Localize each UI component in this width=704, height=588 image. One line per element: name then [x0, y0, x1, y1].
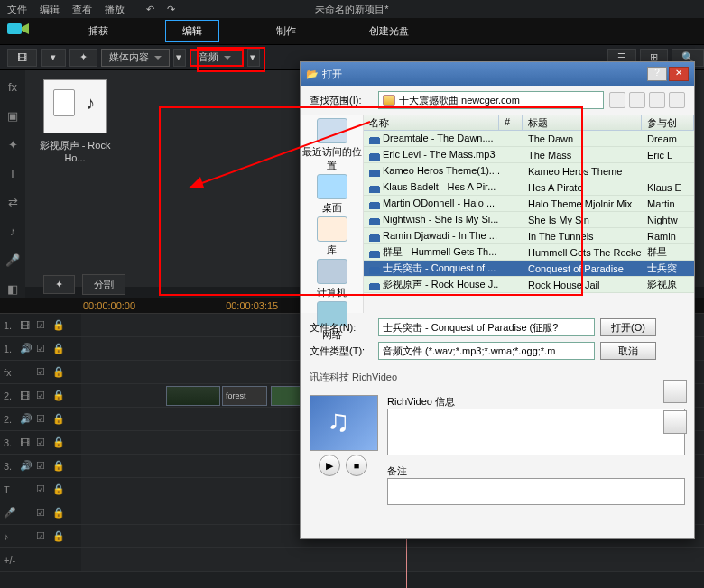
place-desktop[interactable]: 桌面 [317, 174, 347, 215]
redo-icon[interactable]: ↷ [167, 4, 175, 15]
audio-room-icon[interactable]: ♪ [4, 222, 22, 240]
richvideo-info-text[interactable] [387, 409, 685, 455]
magic-button[interactable]: ✦ [43, 275, 75, 294]
file-row[interactable]: 士兵突击 - Conquest of ...Conquest of Paradi… [364, 261, 694, 277]
lookin-label: 查找范围(I): [310, 94, 373, 107]
filetype-label: 文件类型(T): [310, 345, 373, 358]
media-dropdown-arrow[interactable]: ▾ [173, 49, 186, 67]
richvideo-info-label: RichVideo 信息 [387, 395, 685, 409]
filename-input[interactable]: 士兵突击 - Conquest of Paradise (征服? [378, 318, 595, 336]
filetype-combo[interactable]: 音频文件 (*.wav;*.mp3;*.wma;*.ogg;*.m [378, 342, 595, 360]
newfolder-icon[interactable] [649, 92, 665, 108]
file-row[interactable]: Nightwish - She Is My Si...She Is My Sin… [364, 212, 694, 228]
pip-room-icon[interactable]: ▣ [4, 106, 22, 124]
room-pip-icon[interactable]: ✦ [69, 49, 97, 67]
track-add[interactable]: +/- [0, 548, 704, 572]
title-room-icon[interactable]: T [4, 164, 22, 182]
media-thumb[interactable]: 影视原声 - Rock Ho... [34, 79, 116, 163]
dialog-title: 打开 [322, 68, 342, 81]
menubar: 文件 编辑 查看 播放 ↶ ↷ [0, 0, 704, 18]
menu-play[interactable]: 播放 [105, 3, 125, 16]
cancel-button[interactable]: 取消 [600, 342, 656, 360]
dialog-titlebar[interactable]: 📂 打开 ? ✕ [301, 62, 694, 86]
remark-text[interactable] [387, 478, 685, 505]
file-row[interactable]: 影视原声 - Rock House J...Rock House Jail影视原 [364, 277, 694, 293]
file-list-header[interactable]: 名称 # 标题 参与创 [364, 115, 694, 131]
timeline-toolbar: ✦ 分割 [25, 271, 125, 298]
menu-view[interactable]: 查看 [72, 3, 92, 16]
file-row[interactable]: Eric Levi - The Mass.mp3The MassEric L [364, 147, 694, 163]
info-edit-button[interactable] [663, 380, 687, 403]
place-library[interactable]: 库 [317, 216, 347, 257]
remark-label: 备注 [387, 464, 685, 478]
file-row[interactable]: Ramin Djawadi - In The ...In The Tunnels… [364, 228, 694, 244]
preview-thumb [310, 395, 378, 451]
tab-disc[interactable]: 创建光盘 [353, 21, 425, 41]
split-button[interactable]: 分割 [82, 274, 125, 295]
places-bar: 最近访问的位置 桌面 库 计算机 网络 [301, 115, 364, 313]
svg-rect-0 [7, 23, 22, 34]
play-button[interactable]: ▶ [319, 455, 340, 476]
undo-icon[interactable]: ↶ [146, 4, 154, 15]
tab-capture[interactable]: 捕获 [72, 21, 125, 41]
open-button[interactable]: 打开(O) [600, 318, 656, 336]
menu-edit[interactable]: 编辑 [40, 3, 60, 16]
stop-button[interactable]: ■ [346, 455, 367, 476]
audio-filter-dropdown[interactable]: 音频 [190, 49, 244, 67]
media-type-dropdown[interactable]: 媒体内容 [101, 49, 170, 67]
brand-label: 讯连科技 RichVideo [301, 365, 694, 390]
app-logo-icon [5, 20, 31, 38]
chapter-room-icon[interactable]: ◧ [4, 280, 22, 298]
room-strip: fx ▣ ✦ T ⇄ ♪ 🎤 ◧ 💬 [0, 70, 25, 334]
file-row[interactable]: Martin ODonnell - Halo ...Halo Theme Mjo… [364, 196, 694, 212]
up-icon[interactable] [629, 92, 645, 108]
folder-icon [383, 95, 395, 106]
lookin-combo[interactable]: 十大震撼歌曲 newcger.com [378, 91, 604, 109]
open-dialog: 📂 打开 ? ✕ 查找范围(I): 十大震撼歌曲 newcger.com 最近访… [300, 61, 695, 539]
file-row[interactable]: Klaus Badelt - Hes A Pir...Hes A PirateK… [364, 179, 694, 196]
audio-file-icon [43, 79, 107, 133]
views-icon[interactable] [669, 92, 685, 108]
file-row[interactable]: 群星 - Hummell Gets Th...Hummell Gets The … [364, 244, 694, 261]
clip-video[interactable] [166, 386, 220, 406]
transition-room-icon[interactable]: ⇄ [4, 193, 22, 211]
thumb-label: 影视原声 - Rock Ho... [34, 139, 116, 163]
dialog-icon: 📂 [306, 69, 319, 80]
place-recent[interactable]: 最近访问的位置 [301, 118, 363, 172]
info-clear-button[interactable] [663, 410, 687, 434]
room-fx-icon[interactable]: ▾ [41, 49, 66, 67]
back-icon[interactable] [609, 92, 625, 108]
filename-label: 文件名(N): [310, 321, 373, 335]
clip-text[interactable]: forest [222, 386, 267, 406]
fx-room-icon[interactable]: fx [4, 78, 22, 96]
menu-file[interactable]: 文件 [7, 3, 27, 16]
file-row[interactable]: Kameo Heros Theme(1)....Kameo Heros Them… [364, 163, 694, 179]
help-button[interactable]: ? [647, 67, 667, 81]
room-media-icon[interactable]: 🎞 [7, 49, 37, 67]
main-tabs: 捕获 编辑 制作 创建光盘 [0, 18, 704, 45]
file-row[interactable]: Dreamtale - The Dawn....The DawnDream [364, 131, 694, 147]
tab-produce[interactable]: 制作 [260, 21, 312, 41]
tab-edit[interactable]: 编辑 [165, 20, 219, 42]
file-list: 名称 # 标题 参与创 Dreamtale - The Dawn....The … [364, 115, 694, 313]
audio-dropdown-arrow[interactable]: ▾ [247, 49, 260, 67]
close-button[interactable]: ✕ [669, 67, 689, 81]
place-computer[interactable]: 计算机 [317, 259, 347, 299]
voice-room-icon[interactable]: 🎤 [4, 251, 22, 269]
particle-room-icon[interactable]: ✦ [4, 135, 22, 153]
